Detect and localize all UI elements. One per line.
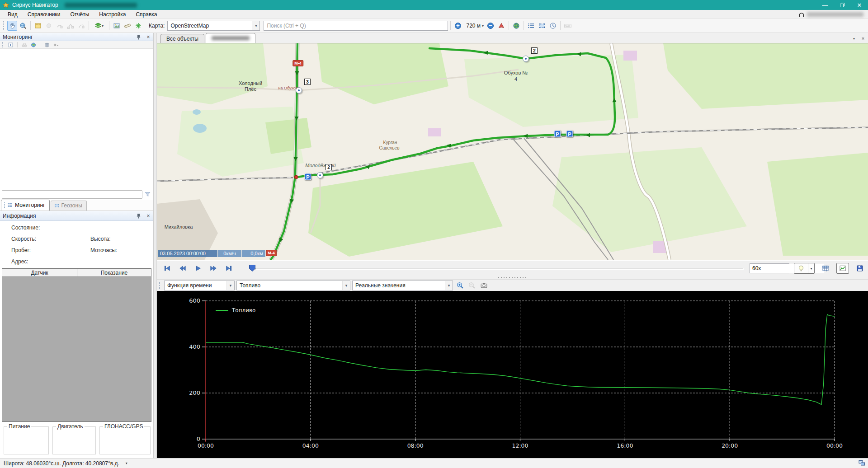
- pin-icon[interactable]: [135, 213, 142, 219]
- horizontal-splitter[interactable]: [157, 276, 868, 279]
- map-edit-button[interactable]: [33, 21, 43, 31]
- tab-list-dropdown[interactable]: ▾: [851, 35, 857, 42]
- chart-values-select[interactable]: Реальные значения ▾: [352, 281, 453, 290]
- vertical-splitter[interactable]: [154, 33, 157, 458]
- track-point-b-button[interactable]: [66, 21, 75, 31]
- map-source-select[interactable]: OpenStreetMap ▾: [167, 21, 260, 31]
- pan-tool-button[interactable]: [7, 21, 17, 31]
- close-icon[interactable]: ×: [145, 34, 151, 40]
- layers-button[interactable]: ▾: [91, 21, 107, 31]
- chart-toolbar: Функция времени ▾ Топливо ▾ Реальные зна…: [157, 279, 868, 291]
- object-list-button[interactable]: [526, 21, 536, 31]
- show-chart-button[interactable]: [836, 263, 849, 274]
- chart-toolbar-handle[interactable]: [159, 282, 161, 289]
- tab-geozones[interactable]: Геозоны: [51, 201, 87, 211]
- svg-text:20:00: 20:00: [722, 442, 738, 449]
- sensor-table-body[interactable]: [2, 277, 151, 421]
- map-marker-parking[interactable]: P: [305, 173, 311, 180]
- skip-to-end-button[interactable]: [222, 262, 236, 274]
- menu-item-3[interactable]: Настройка: [94, 10, 131, 19]
- map-marker-number[interactable]: 2: [531, 47, 538, 54]
- zoom-out-button[interactable]: [486, 21, 495, 31]
- chart-zoom-out-button[interactable]: [467, 281, 476, 290]
- map-marker-point[interactable]: [523, 56, 529, 62]
- tab-monitoring-label: Мониторинг: [15, 202, 45, 208]
- application-window: Сириус Навигатор — ✕ ВидСправочникиОтчёт…: [0, 0, 868, 468]
- chart-sensor-select[interactable]: Топливо ▾: [236, 281, 350, 290]
- chevron-down-icon[interactable]: ▾: [126, 461, 127, 465]
- fuel-chart-canvas: 020040060000:0004:0008:0012:0016:0020:00…: [157, 291, 868, 458]
- save-button[interactable]: [854, 263, 866, 274]
- track-start-button[interactable]: [44, 21, 54, 31]
- map-viewport[interactable]: ХолодныйПлёсна ОбуховОбухов №4КурганСаве…: [157, 43, 868, 260]
- object-filter-input[interactable]: [2, 190, 142, 199]
- menu-item-4[interactable]: Справка: [131, 10, 162, 19]
- restore-button[interactable]: [834, 0, 851, 10]
- map-marker-point[interactable]: [296, 87, 302, 94]
- map-marker-number[interactable]: 3: [304, 79, 311, 85]
- map-scale-select[interactable]: 720 м ▾: [464, 21, 485, 31]
- globe-button[interactable]: [511, 21, 521, 31]
- search-on-map-button[interactable]: [18, 21, 28, 31]
- pin-icon[interactable]: [135, 34, 142, 40]
- svg-text:200: 200: [189, 389, 200, 396]
- track-cursor-info: 03.05.2023 00:00:00 0км/ч 0,0км: [158, 250, 265, 257]
- close-button[interactable]: ✕: [851, 0, 868, 10]
- timeline-slider[interactable]: [255, 268, 744, 270]
- minimize-button[interactable]: —: [816, 0, 834, 10]
- chart-snapshot-button[interactable]: [478, 281, 489, 290]
- value-column-header[interactable]: Показание: [77, 269, 151, 276]
- tab-close-button[interactable]: ×: [860, 35, 866, 42]
- map-marker-number[interactable]: 2: [326, 164, 332, 170]
- search-input[interactable]: [264, 21, 448, 31]
- timeline-position-marker[interactable]: [249, 264, 256, 273]
- chevron-down-icon: ▾: [342, 281, 350, 290]
- chart-mode-select[interactable]: Функция времени ▾: [164, 281, 235, 290]
- skip-start-icon: [163, 265, 171, 271]
- sensor-column-header[interactable]: Датчик: [2, 269, 77, 276]
- zoom-in-button[interactable]: [453, 21, 463, 31]
- home-view-button[interactable]: [496, 21, 506, 31]
- toolbar-separator: [17, 42, 18, 47]
- track-style-button[interactable]: ▾: [794, 263, 815, 274]
- menu-item-2[interactable]: Отчёты: [65, 10, 94, 19]
- tab-track-object[interactable]: [206, 33, 255, 43]
- track-clear-button[interactable]: [76, 21, 86, 31]
- keyboard-button[interactable]: [563, 21, 573, 31]
- show-table-button[interactable]: [819, 263, 832, 274]
- chart-zoom-in-button[interactable]: [455, 281, 465, 290]
- settings-button[interactable]: [43, 42, 51, 48]
- select-area-button[interactable]: [537, 21, 547, 31]
- expand-all-button[interactable]: [7, 42, 14, 48]
- screenshot-button[interactable]: [112, 21, 122, 31]
- fast-forward-button[interactable]: [207, 262, 220, 274]
- svg-text:08:00: 08:00: [407, 442, 424, 449]
- route-button[interactable]: [133, 21, 143, 31]
- tab-all-objects[interactable]: Все объекты: [160, 34, 204, 43]
- ruler-icon: [124, 22, 131, 29]
- panel-toolbar-handle[interactable]: [2, 42, 4, 47]
- globe-mini-icon: [30, 42, 37, 48]
- fuel-chart[interactable]: 020040060000:0004:0008:0012:0016:0020:00…: [157, 291, 868, 458]
- measure-button[interactable]: [123, 21, 132, 31]
- show-on-map-button[interactable]: [29, 42, 37, 48]
- tab-monitoring[interactable]: Мониторинг: [1, 200, 50, 211]
- track-point-a-button[interactable]: [55, 21, 65, 31]
- close-icon[interactable]: ×: [145, 213, 151, 219]
- map-marker-parking[interactable]: P: [554, 131, 561, 137]
- map-marker-parking[interactable]: P: [566, 131, 573, 137]
- menu-item-1[interactable]: Справочники: [23, 10, 66, 19]
- play-button[interactable]: [191, 262, 205, 274]
- find-object-button[interactable]: [20, 42, 28, 48]
- map-marker-point[interactable]: [317, 172, 323, 178]
- toolbar-drag-handle[interactable]: [3, 21, 5, 30]
- menu-item-0[interactable]: Вид: [3, 10, 23, 19]
- skip-to-start-button[interactable]: [160, 262, 174, 274]
- object-list[interactable]: [0, 49, 153, 189]
- filter-button[interactable]: [144, 191, 151, 198]
- access-keys-button[interactable]: [52, 42, 60, 48]
- list-icon: [7, 202, 13, 208]
- history-button[interactable]: [548, 21, 558, 31]
- globe-search-icon: [19, 22, 27, 29]
- rewind-button[interactable]: [176, 262, 189, 274]
